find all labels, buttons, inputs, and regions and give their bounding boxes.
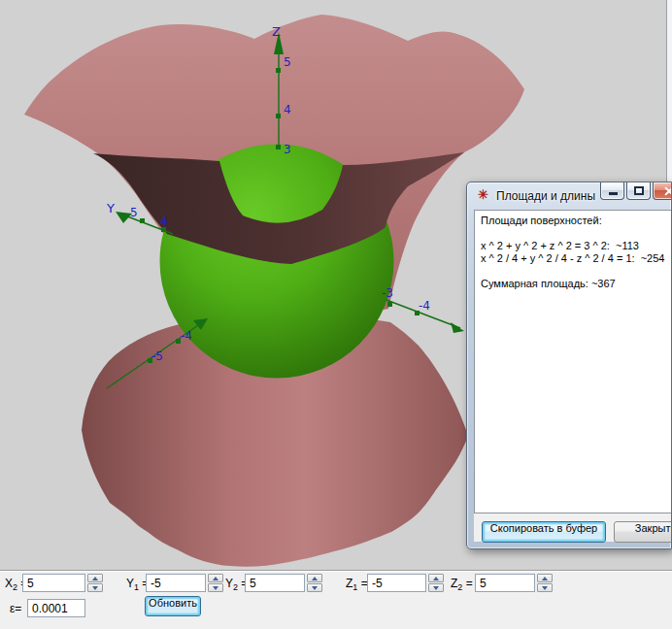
z2-input[interactable] [475,574,535,592]
update-button[interactable]: Обновить [145,596,201,616]
z-tick-label: 5 [284,55,291,69]
results-line [481,265,668,278]
epsilon-input[interactable] [27,599,85,617]
results-line: x ^ 2 / 4 + y ^ 2 / 4 - z ^ 2 / 4 = 1: ~… [481,252,668,265]
x2-input[interactable] [22,574,85,592]
copy-to-clipboard-button[interactable]: Скопировать в буфер [482,521,606,543]
z-tick-mark [276,114,281,118]
spinner-up-button[interactable] [208,574,223,582]
dialog-title: Площади и длины [496,189,595,203]
chevron-down-icon [433,586,439,590]
x2-spinner [87,574,103,592]
x-right-tick-label: -4 [419,299,430,313]
spinner-down-button[interactable] [428,583,444,592]
chevron-down-icon [92,586,98,590]
close-dialog-button[interactable]: Закрыть [614,521,672,543]
y-axis-label: Y [106,201,115,215]
x-left-tick-label: -4 [181,329,192,343]
minimize-icon [609,192,618,195]
background-window-edge [666,0,672,182]
y-tick-label: 5 [130,206,138,219]
results-text-area: Площади поверхностей: x ^ 2 + y ^ 2 + z … [474,210,672,513]
app-asterisk-icon: ✳ [478,187,488,202]
y1-input[interactable] [146,574,206,592]
z-axis-label: Z [272,24,281,39]
maximize-button[interactable] [626,182,651,200]
minimize-button[interactable] [600,182,624,200]
app-window: Z 5 4 3 Y 5 4 -3 -4 -4 -5 ✳ Площади и дл… [0,0,672,629]
results-line: Площади поверхностей: [481,215,668,227]
y2-spinner [307,574,322,592]
x-right-tick-label: -3 [382,286,393,300]
z1-label: Z1 = [346,577,368,592]
x-right-tick-mark [387,302,392,307]
results-line [481,227,668,240]
spinner-up-button[interactable] [537,574,553,582]
chevron-up-icon [92,577,98,580]
close-window-button[interactable] [653,182,672,200]
chevron-up-icon [542,577,548,580]
results-line: x ^ 2 + y ^ 2 + z ^ 2 = 3 ^ 2: ~113 [481,240,668,252]
z-tick-label: 4 [284,103,291,116]
z1-spinner [428,574,444,592]
y1-spinner [208,574,223,592]
dialog-titlebar[interactable]: ✳ Площади и длины [467,182,671,210]
parameters-panel: X2 = Y1 = Y2 = Z1 = Z2 = [0,571,672,629]
results-line: Суммарная площадь: ~367 [481,278,668,290]
z-tick-mark [276,145,281,149]
spinner-down-button[interactable] [87,583,103,592]
spinner-down-button[interactable] [537,583,553,592]
chevron-down-icon [213,586,218,590]
epsilon-label: ε= [10,602,21,615]
chevron-down-icon [312,586,318,590]
spinner-down-button[interactable] [208,583,223,592]
y-tick-label: 4 [160,215,168,228]
y-tick-mark [140,218,145,223]
chevron-up-icon [312,577,318,580]
y2-input[interactable] [245,574,305,592]
spinner-up-button[interactable] [87,574,103,582]
chevron-down-icon [542,586,548,590]
x-right-arrow-icon [451,322,464,333]
z-tick-label: 3 [284,143,291,156]
z1-input[interactable] [367,574,426,592]
z-tick-mark [276,68,281,73]
z2-label: Z2 = [451,577,473,592]
z2-spinner [537,574,553,592]
chevron-up-icon [213,577,218,580]
spinner-down-button[interactable] [307,583,322,592]
x-left-tick-label: -5 [151,349,163,363]
spinner-up-button[interactable] [428,574,444,582]
areas-dialog: ✳ Площади и длины Площади поверхностей: … [466,182,672,549]
spinner-up-button[interactable] [307,574,322,582]
chevron-up-icon [433,577,439,580]
dialog-client-area: Площади поверхностей: x ^ 2 + y ^ 2 + z … [474,210,671,542]
maximize-icon [634,186,644,195]
